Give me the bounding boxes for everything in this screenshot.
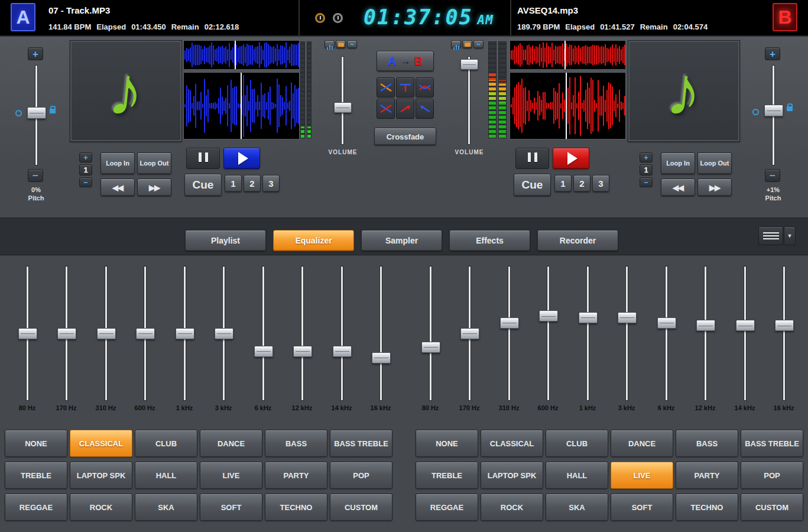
- preset-b-soft[interactable]: SOFT: [611, 494, 673, 521]
- preset-a-treble[interactable]: TREBLE: [5, 462, 67, 489]
- eq-b-1khz-handle[interactable]: [579, 312, 598, 323]
- rewind-a-button[interactable]: ◀◀: [100, 179, 135, 196]
- preset-a-soft[interactable]: SOFT: [200, 494, 262, 521]
- eq-a-600hz-handle[interactable]: [136, 328, 155, 339]
- cue-a-button[interactable]: Cue: [184, 174, 222, 196]
- tab-recorder[interactable]: Recorder: [537, 230, 618, 251]
- pitch-a-minus-button[interactable]: −: [28, 169, 43, 182]
- view-list-button[interactable]: [758, 226, 783, 245]
- preset-b-live[interactable]: LIVE: [611, 462, 673, 489]
- stopwatch-icon[interactable]: [333, 13, 343, 23]
- preset-b-pop[interactable]: POP: [741, 462, 803, 489]
- eq-a-80hz-slider[interactable]: [18, 266, 36, 401]
- preset-a-none[interactable]: NONE: [5, 430, 67, 457]
- eq-a-80hz-handle[interactable]: [18, 328, 37, 339]
- pitch-b-lock-icon[interactable]: [787, 106, 793, 111]
- preset-a-custom[interactable]: CUSTOM: [330, 494, 392, 521]
- eq-b-16khz-handle[interactable]: [775, 320, 794, 331]
- eq-b-170hz-slider[interactable]: [460, 266, 478, 401]
- hotcue-a-3-button[interactable]: 3: [262, 175, 280, 192]
- loop-out-a-button[interactable]: Loop Out: [137, 153, 171, 174]
- eq-a-6khz-slider[interactable]: [254, 266, 272, 401]
- eq-a-16khz-handle[interactable]: [372, 352, 391, 364]
- preset-a-dance[interactable]: DANCE: [200, 430, 262, 457]
- preset-a-techno[interactable]: TECHNO: [265, 494, 327, 521]
- tab-sampler[interactable]: Sampler: [361, 230, 442, 251]
- eq-a-14khz-slider[interactable]: [333, 266, 351, 401]
- mix-a-to-b-button[interactable]: A → B: [377, 51, 434, 72]
- preset-a-bass[interactable]: BASS: [265, 430, 327, 457]
- preset-b-dance[interactable]: DANCE: [611, 430, 673, 457]
- eq-a-16khz-slider[interactable]: [372, 266, 390, 401]
- eq-b-600hz-slider[interactable]: [539, 266, 557, 401]
- preset-b-club[interactable]: CLUB: [546, 430, 608, 457]
- volume-a-handle[interactable]: [334, 102, 352, 113]
- deck-b-wave-button[interactable]: ~: [473, 40, 483, 48]
- crossfade-button[interactable]: Crossfade: [374, 128, 436, 145]
- eq-b-14khz-handle[interactable]: [736, 320, 755, 331]
- eq-b-80hz-slider[interactable]: [421, 266, 439, 401]
- pitch-b-reset-icon[interactable]: [752, 109, 759, 115]
- eq-b-6khz-handle[interactable]: [657, 317, 676, 329]
- preset-b-techno[interactable]: TECHNO: [676, 494, 738, 521]
- pitch-a-lock-icon[interactable]: [50, 109, 56, 113]
- deck-a-gain-button[interactable]: [336, 40, 346, 48]
- deck-a-overview-waveform[interactable]: [183, 40, 300, 70]
- deck-b-detail-waveform[interactable]: [510, 72, 626, 140]
- preset-a-rock[interactable]: ROCK: [70, 494, 132, 521]
- loop-b-minus-button[interactable]: −: [640, 177, 653, 187]
- tab-effects[interactable]: Effects: [449, 230, 530, 251]
- pitch-b-minus-button[interactable]: −: [765, 169, 780, 182]
- eq-a-310hz-handle[interactable]: [97, 328, 116, 339]
- deck-b-monitor-button[interactable]: [451, 40, 461, 48]
- preset-a-classical[interactable]: CLASSICAL: [70, 430, 132, 457]
- preset-a-live[interactable]: LIVE: [200, 462, 262, 489]
- eq-b-14khz-slider[interactable]: [736, 266, 754, 401]
- eq-a-12khz-slider[interactable]: [293, 266, 311, 401]
- eq-a-310hz-slider[interactable]: [97, 266, 115, 401]
- eq-a-6khz-handle[interactable]: [254, 346, 273, 357]
- loop-b-plus-button[interactable]: +: [640, 153, 653, 163]
- preset-b-laptop-spk[interactable]: LAPTOP SPK: [481, 462, 543, 489]
- pitch-b-handle[interactable]: [764, 105, 783, 116]
- eq-a-1khz-slider[interactable]: [176, 266, 193, 401]
- preset-b-bass-treble[interactable]: BASS TREBLE: [741, 430, 803, 457]
- eq-a-600hz-slider[interactable]: [136, 266, 154, 401]
- preset-b-ska[interactable]: SKA: [546, 494, 608, 521]
- preset-b-hall[interactable]: HALL: [546, 462, 608, 489]
- eq-b-3khz-slider[interactable]: [618, 266, 635, 401]
- play-b-button[interactable]: [553, 148, 589, 169]
- pause-b-button[interactable]: [515, 148, 549, 169]
- preset-a-ska[interactable]: SKA: [135, 494, 197, 521]
- eq-b-3khz-handle[interactable]: [618, 312, 637, 323]
- hotcue-a-1-button[interactable]: 1: [225, 175, 242, 192]
- eq-b-310hz-handle[interactable]: [500, 317, 519, 329]
- crossfade-curve-cross2-button[interactable]: [377, 99, 395, 119]
- preset-b-rock[interactable]: ROCK: [481, 494, 543, 521]
- pitch-a-reset-icon[interactable]: [15, 110, 22, 116]
- eq-a-1khz-handle[interactable]: [176, 328, 194, 339]
- eq-a-170hz-handle[interactable]: [57, 328, 76, 339]
- pitch-b-plus-button[interactable]: +: [765, 47, 780, 60]
- preset-a-reggae[interactable]: REGGAE: [5, 494, 67, 521]
- eq-b-170hz-handle[interactable]: [460, 328, 479, 339]
- crossfade-curve-t-button[interactable]: [396, 77, 414, 98]
- eq-a-14khz-handle[interactable]: [333, 346, 352, 357]
- preset-b-reggae[interactable]: REGGAE: [416, 494, 478, 521]
- loop-a-plus-button[interactable]: +: [79, 153, 92, 163]
- loop-in-b-button[interactable]: Loop In: [661, 153, 695, 174]
- eq-b-16khz-slider[interactable]: [775, 266, 793, 401]
- pitch-a-plus-button[interactable]: +: [28, 47, 43, 60]
- deck-a-wave-button[interactable]: ~: [347, 40, 357, 48]
- preset-a-club[interactable]: CLUB: [135, 430, 197, 457]
- preset-b-classical[interactable]: CLASSICAL: [481, 430, 543, 457]
- eq-b-12khz-handle[interactable]: [696, 320, 715, 331]
- forward-a-button[interactable]: ▶▶: [137, 179, 171, 196]
- loop-a-minus-button[interactable]: −: [79, 177, 92, 187]
- preset-b-party[interactable]: PARTY: [676, 462, 738, 489]
- loop-out-b-button[interactable]: Loop Out: [697, 153, 732, 174]
- crossfade-fade-in-button[interactable]: [396, 99, 414, 119]
- preset-a-party[interactable]: PARTY: [265, 462, 327, 489]
- eq-b-6khz-slider[interactable]: [657, 266, 675, 401]
- preset-b-treble[interactable]: TREBLE: [416, 462, 478, 489]
